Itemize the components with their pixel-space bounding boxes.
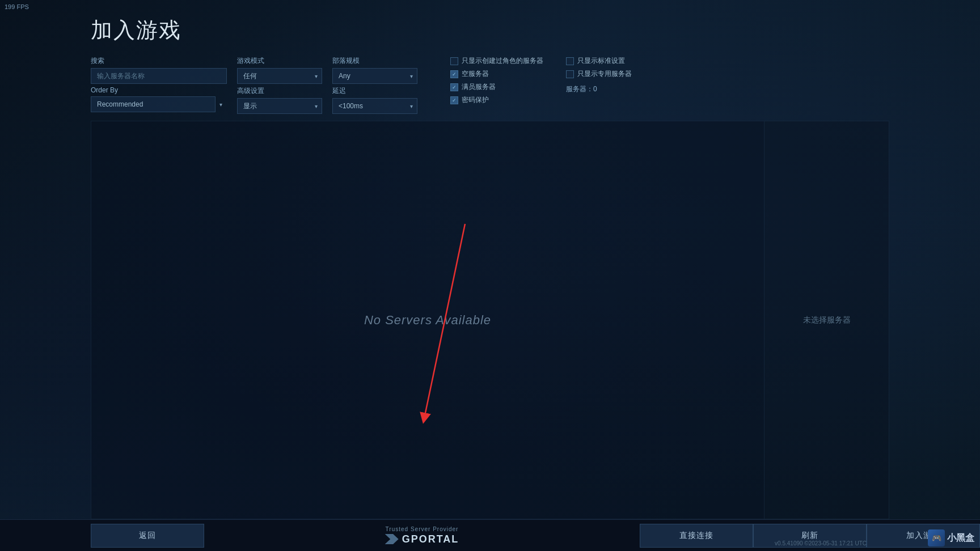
back-button[interactable]: 返回 [91, 524, 204, 548]
advanced-select[interactable]: 显示 [237, 98, 322, 114]
order-by-select[interactable]: Recommended [91, 96, 216, 112]
page-title: 加入游戏 [91, 16, 889, 45]
direct-connect-button[interactable]: 直接连接 [640, 524, 753, 548]
no-servers-message: No Servers Available [364, 313, 491, 328]
game-mode-select[interactable]: 任何 [237, 68, 322, 84]
checkbox-character[interactable] [450, 57, 458, 65]
checkboxes-right-section: 只显示标准设置 只显示专用服务器 服务器：0 [566, 56, 632, 94]
checkbox-empty-label: 空服务器 [462, 69, 489, 79]
game-mode-label: 游戏模式 [237, 56, 322, 66]
checkbox-row-character: 只显示创建过角色的服务器 [450, 56, 543, 66]
checkbox-full-label: 满员服务器 [462, 82, 496, 92]
delay-label: 延迟 [332, 86, 417, 96]
checkbox-standard[interactable] [566, 57, 574, 65]
gportal-section: Trusted Server Provider GPORTAL [204, 526, 640, 545]
tribe-scale-select[interactable]: Any [332, 68, 417, 84]
delay-select[interactable]: <100ms [332, 98, 417, 114]
gportal-logo: GPORTAL [385, 533, 459, 545]
xiaoheixia-name: 小黑盒 [947, 532, 974, 544]
checkbox-row-password: 密码保护 [450, 95, 543, 105]
fps-counter: 199 FPS [5, 3, 29, 10]
gportal-name: GPORTAL [402, 533, 459, 545]
server-count: 服务器：0 [566, 84, 632, 94]
advanced-label: 高级设置 [237, 86, 322, 96]
tribe-scale-group: 部落规模 Any 延迟 <100ms [332, 56, 417, 114]
checkbox-full-server[interactable] [450, 83, 458, 91]
xiaoheixia-logo: 🎮 小黑盒 [928, 529, 974, 546]
search-input[interactable] [91, 68, 227, 84]
checkbox-dedicated-label: 只显示专用服务器 [577, 69, 632, 79]
top-section: 加入游戏 搜索 Order By Recommended 游戏模式 任 [0, 0, 980, 114]
server-count-label: 服务器： [566, 85, 593, 93]
checkbox-password[interactable] [450, 96, 458, 104]
watermark: 🎮 小黑盒 [928, 529, 974, 546]
checkbox-row-dedicated: 只显示专用服务器 [566, 69, 632, 79]
delay-wrapper: <100ms [332, 98, 417, 114]
checkbox-row-standard: 只显示标准设置 [566, 56, 632, 66]
checkbox-row-empty: 空服务器 [450, 69, 543, 79]
server-detail-panel: 未选择服务器 [764, 121, 889, 519]
version-info: v0.5.41090 ©2023-05-31 17:21 UTC [775, 540, 867, 546]
gportal-trusted-label: Trusted Server Provider [386, 526, 459, 532]
xiaoheixia-icon: 🎮 [928, 529, 945, 546]
tribe-scale-wrapper: Any [332, 68, 417, 84]
tribe-scale-label: 部落规模 [332, 56, 417, 66]
checkbox-dedicated[interactable] [566, 70, 574, 78]
search-group: 搜索 Order By Recommended [91, 56, 227, 112]
game-mode-group: 游戏模式 任何 高级设置 显示 [237, 56, 322, 114]
advanced-wrapper: 显示 [237, 98, 322, 114]
checkbox-empty-server[interactable] [450, 70, 458, 78]
gportal-icon [385, 534, 399, 544]
checkbox-standard-label: 只显示标准设置 [577, 56, 625, 66]
checkbox-password-label: 密码保护 [462, 95, 489, 105]
filters-area: 搜索 Order By Recommended 游戏模式 任何 高级设置 [91, 56, 889, 114]
checkboxes-left-section: 只显示创建过角色的服务器 空服务器 满员服务器 密码保护 [450, 56, 543, 105]
order-by-wrapper: Recommended [91, 96, 227, 112]
checkbox-row-full: 满员服务器 [450, 82, 543, 92]
content-area: No Servers Available 未选择服务器 [91, 121, 889, 519]
checkbox-character-label: 只显示创建过角色的服务器 [462, 56, 543, 66]
server-count-value: 0 [593, 85, 597, 93]
game-mode-wrapper: 任何 [237, 68, 322, 84]
main-container: 199 FPS 加入游戏 搜索 Order By Recommended 游戏模… [0, 0, 980, 551]
server-list-panel[interactable]: No Servers Available [91, 121, 764, 519]
search-label: 搜索 [91, 56, 227, 66]
order-by-label: Order By [91, 86, 227, 94]
no-server-selected-text: 未选择服务器 [803, 315, 851, 325]
